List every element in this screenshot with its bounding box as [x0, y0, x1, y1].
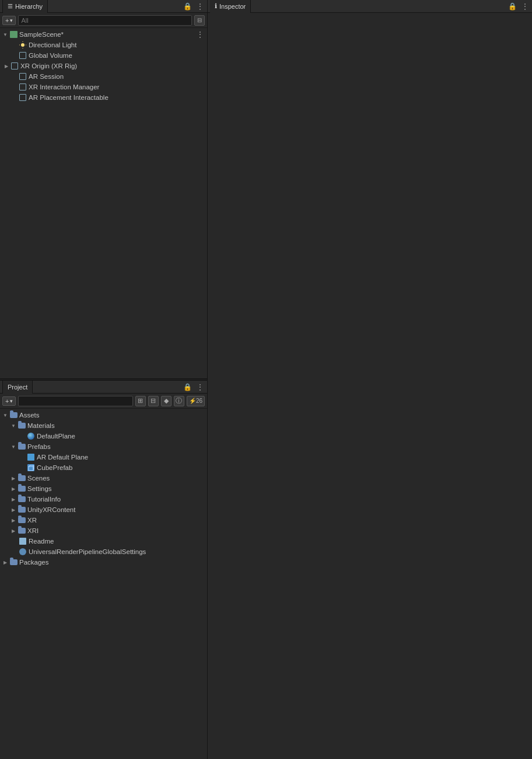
settings-arrow[interactable] — [9, 485, 18, 493]
project-item-prefabs[interactable]: Prefabs — [0, 441, 207, 452]
inspector-more-btn[interactable]: ⋮ — [520, 2, 530, 11]
tree-item-directional-light[interactable]: Directional Light — [0, 40, 207, 50]
project-item-xri[interactable]: XRI — [0, 525, 207, 536]
cube-icon — [27, 464, 35, 472]
project-item-readme[interactable]: Readme — [0, 536, 207, 546]
project-tag-btn[interactable]: ◆ — [161, 396, 172, 406]
scene-item[interactable]: SampleScene* ⋮ — [0, 29, 207, 40]
project-item-materials[interactable]: Materials — [0, 420, 207, 431]
assets-folder-icon — [9, 411, 18, 419]
hierarchy-tab-bar: ☰ Hierarchy 🔒 ⋮ — [0, 0, 207, 13]
project-add-icon: + — [5, 398, 9, 405]
ar-plane-icon — [27, 453, 35, 461]
project-toolbar: + ▾ ⊞ ⊟ ◆ ⓘ ⚡ 26 — [0, 394, 207, 409]
scenes-folder-icon — [18, 474, 26, 482]
ti-arrow[interactable] — [9, 495, 18, 503]
tree-item-ar-placement-interactable[interactable]: AR Placement Interactable — [0, 92, 207, 103]
xr-origin-label: XR Origin (XR Rig) — [20, 62, 77, 69]
dp-arrow — [19, 432, 27, 440]
inspector-info-icon: ℹ — [215, 2, 217, 10]
readme-label: Readme — [29, 538, 54, 545]
project-item-scenes[interactable]: Scenes — [0, 473, 207, 483]
packages-arrow[interactable] — [1, 558, 9, 566]
gameobj-icon-ars — [19, 72, 27, 81]
tree-item-xr-interaction-manager[interactable]: XR Interaction Manager — [0, 82, 207, 92]
light-icon — [19, 41, 27, 49]
project-tree: Assets Materials DefaultPlane — [0, 409, 207, 759]
hierarchy-add-btn[interactable]: + ▾ — [2, 16, 16, 25]
ar-placement-interactable-label: AR Placement Interactable — [29, 94, 108, 101]
xr-origin-arrow[interactable] — [2, 62, 10, 70]
project-item-assets[interactable]: Assets — [0, 410, 207, 420]
xr-interaction-manager-label: XR Interaction Manager — [29, 83, 99, 90]
tutorialinfo-label: TutorialInfo — [27, 496, 61, 503]
project-lock-btn[interactable]: 🔒 — [183, 382, 192, 392]
project-search-input[interactable] — [18, 396, 132, 406]
scene-more-btn[interactable]: ⋮ — [195, 30, 205, 39]
prefabs-label: Prefabs — [27, 443, 51, 450]
scenes-arrow[interactable] — [9, 474, 18, 482]
scene-arrow[interactable] — [1, 30, 9, 39]
project-tab[interactable]: Project — [2, 381, 33, 394]
urp-arrow — [10, 548, 19, 556]
xrim-arrow — [10, 83, 19, 91]
project-layout-btn[interactable]: ⊟ — [148, 396, 159, 406]
project-item-cubeprefab[interactable]: CubePrefab — [0, 462, 207, 473]
settings-folder-icon — [18, 485, 26, 493]
project-item-urp[interactable]: UniversalRenderPipelineGlobalSettings — [0, 546, 207, 557]
materials-arrow[interactable] — [9, 422, 18, 430]
project-info-btn[interactable]: ⓘ — [174, 396, 184, 406]
project-add-arrow: ▾ — [10, 398, 13, 404]
inspector-tab-bar: ℹ Inspector 🔒 ⋮ — [208, 0, 532, 13]
prefabs-arrow[interactable] — [9, 443, 18, 451]
dl-arrow — [10, 41, 19, 49]
xri-arrow[interactable] — [9, 527, 18, 535]
project-item-tutorialinfo[interactable]: TutorialInfo — [0, 494, 207, 504]
cubeprefab-label: CubePrefab — [37, 464, 72, 471]
add-dropdown-icon: ▾ — [10, 18, 13, 23]
scenes-label: Scenes — [27, 475, 50, 482]
tree-item-global-volume[interactable]: Global Volume — [0, 50, 207, 61]
tree-item-ar-session[interactable]: AR Session — [0, 71, 207, 82]
defaultplane-label: DefaultPlane — [37, 433, 75, 440]
assets-arrow[interactable] — [1, 411, 9, 419]
project-item-packages[interactable]: Packages — [0, 557, 207, 567]
gameobj-icon-arpi — [19, 93, 27, 102]
project-item-unityxrcontent[interactable]: UnityXRContent — [0, 504, 207, 515]
xr-folder-icon — [18, 516, 26, 524]
project-item-settings[interactable]: Settings — [0, 483, 207, 494]
hierarchy-search-input[interactable] — [18, 15, 192, 26]
project-tab-bar: Project 🔒 ⋮ — [0, 381, 207, 394]
inspector-tab-label: Inspector — [219, 3, 246, 10]
hierarchy-tab[interactable]: ☰ Hierarchy — [2, 0, 48, 13]
readme-icon — [19, 537, 27, 545]
project-item-defaultplane[interactable]: DefaultPlane — [0, 431, 207, 441]
project-add-btn[interactable]: + ▾ — [2, 396, 16, 406]
project-item-ar-default-plane[interactable]: AR Default Plane — [0, 452, 207, 462]
hierarchy-filter-btn[interactable]: ⊟ — [194, 15, 205, 26]
hierarchy-tree: SampleScene* ⋮ Directional Light — [0, 28, 207, 378]
uxrc-arrow[interactable] — [9, 506, 18, 514]
badge-count: 26 — [196, 398, 202, 404]
cp-arrow — [19, 464, 27, 472]
tree-item-xr-origin[interactable]: XR Origin (XR Rig) — [0, 61, 207, 71]
inspector-lock-btn[interactable]: 🔒 — [508, 2, 517, 11]
xri-label: XRI — [27, 527, 38, 534]
xr-label: XR — [27, 517, 37, 524]
global-volume-label: Global Volume — [29, 52, 72, 59]
project-grid-btn[interactable]: ⊞ — [135, 396, 146, 406]
hierarchy-more-btn[interactable]: ⋮ — [195, 2, 205, 11]
xri-folder-icon — [18, 527, 26, 535]
project-badge: ⚡ 26 — [187, 396, 205, 406]
hierarchy-tab-label: Hierarchy — [15, 3, 43, 10]
hierarchy-lock-btn[interactable]: 🔒 — [183, 2, 192, 11]
gameobj-icon-xrim — [19, 83, 27, 91]
hierarchy-toolbar: + ▾ ⊟ — [0, 13, 207, 28]
project-item-xr[interactable]: XR — [0, 515, 207, 525]
urp-label: UniversalRenderPipelineGlobalSettings — [29, 548, 146, 555]
project-more-btn[interactable]: ⋮ — [195, 382, 205, 392]
xr-arrow[interactable] — [9, 516, 18, 524]
inspector-tab[interactable]: ℹ Inspector — [210, 0, 251, 13]
urp-icon — [19, 548, 27, 556]
packages-label: Packages — [19, 559, 49, 566]
